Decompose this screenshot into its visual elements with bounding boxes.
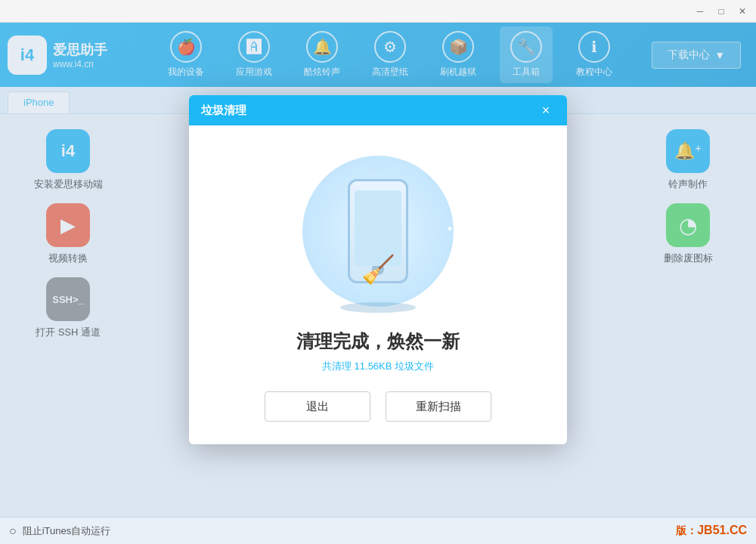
itunes-status-text: 阻止iTunes自动运行 — [23, 524, 111, 538]
version-label: 版： — [676, 524, 697, 536]
subtitle-prefix: 共清理 — [322, 360, 355, 372]
sparkle-1: ✦ — [427, 163, 438, 180]
statusbar-left: ○ 阻止iTunes自动运行 — [9, 524, 110, 538]
rescan-button[interactable]: 重新扫描 — [386, 391, 491, 422]
statusbar: ○ 阻止iTunes自动运行 版：JB51.CC — [0, 517, 756, 544]
exit-button[interactable]: 退出 — [265, 391, 370, 422]
modal-title: 垃圾清理 — [201, 104, 246, 118]
modal-dialog: 垃圾清理 × 🧹 ✦ ✦ ✦ 清理完成，焕然一新 共清理 11.56KB 垃圾 — [189, 95, 567, 444]
version-brand: JB51.CC — [697, 524, 747, 536]
sparkle-2: ✦ — [306, 186, 315, 198]
modal-close-button[interactable]: × — [537, 101, 555, 119]
modal-heading: 清理完成，焕然一新 — [296, 329, 460, 354]
itunes-circle-icon: ○ — [9, 524, 17, 538]
titlebar: ─ □ ✕ — [0, 0, 756, 23]
statusbar-right: 版：JB51.CC — [676, 524, 747, 538]
subtitle-size: 11.56KB — [355, 360, 392, 372]
clean-illustration: 🧹 ✦ ✦ ✦ — [295, 148, 461, 314]
minimize-button[interactable]: ─ — [689, 3, 711, 20]
modal-overlay: 垃圾清理 × 🧹 ✦ ✦ ✦ 清理完成，焕然一新 共清理 11.56KB 垃圾 — [0, 23, 756, 517]
subtitle-suffix: 垃圾文件 — [392, 360, 434, 372]
maximize-button[interactable]: □ — [711, 3, 732, 20]
broom-icon: 🧹 — [361, 254, 395, 286]
modal-header: 垃圾清理 × — [189, 95, 567, 125]
modal-body: 🧹 ✦ ✦ ✦ 清理完成，焕然一新 共清理 11.56KB 垃圾文件 退出 重新… — [189, 125, 567, 444]
modal-subtitle: 共清理 11.56KB 垃圾文件 — [322, 360, 434, 373]
shadow-ellipse — [340, 302, 416, 313]
modal-buttons: 退出 重新扫描 — [265, 391, 491, 422]
sparkle-3: ✦ — [446, 224, 454, 234]
close-button[interactable]: ✕ — [732, 3, 753, 20]
